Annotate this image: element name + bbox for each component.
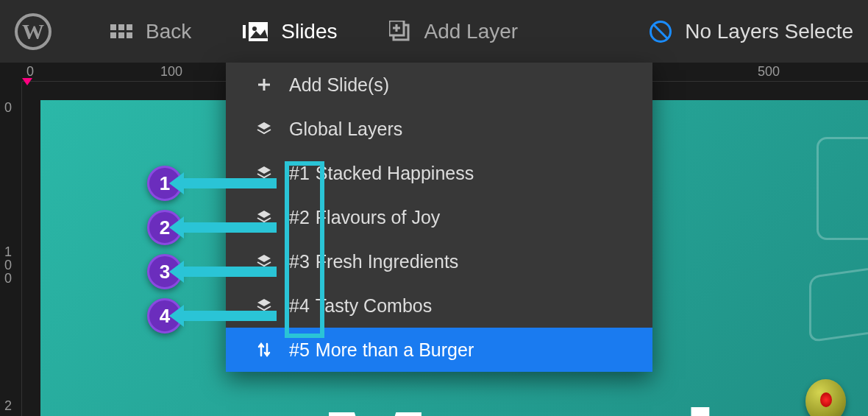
annotation-arrow — [181, 311, 277, 321]
slide-num: #5 — [289, 339, 310, 361]
add-layer-label: Add Layer — [424, 20, 519, 43]
top-toolbar: W Back Slides Add Layer — [0, 0, 868, 63]
ruler-h-label-500: 500 — [758, 64, 780, 80]
annotation-callout-1: 1 — [147, 166, 277, 201]
add-slides-label: Add Slide(s) — [289, 74, 389, 96]
annotation-arrow — [181, 178, 277, 188]
slides-label: Slides — [281, 20, 337, 43]
slide-item-4[interactable]: #4 Tasty Combos — [226, 283, 652, 328]
ruler-v-label-200: 2 — [4, 398, 12, 414]
ruler-v-label-100: 1 0 0 — [4, 245, 12, 285]
annotation-arrow — [181, 267, 277, 277]
layers-icon — [255, 121, 273, 137]
reorder-icon — [255, 341, 273, 359]
back-label: Back — [146, 20, 191, 43]
annotation-arrow — [181, 222, 277, 233]
grid-icon — [110, 24, 132, 38]
slide-title: More than a Burger — [316, 339, 474, 361]
slide-item-5[interactable]: #5 More than a Burger — [226, 328, 652, 372]
canvas-headline: More th — [320, 381, 757, 416]
slide-num: #3 — [289, 251, 310, 272]
slide-num: #2 — [289, 207, 310, 228]
annotation-callout-3: 3 — [147, 254, 277, 289]
svg-rect-0 — [243, 25, 246, 38]
slides-icon — [243, 22, 268, 41]
ruler-v-label-0: 0 — [4, 100, 12, 116]
dropdown-add-slides[interactable]: Add Slide(s) — [226, 63, 652, 107]
slide-item-2[interactable]: #2 Flavours of Joy — [226, 195, 652, 239]
ruler-h-label-100: 100 — [160, 64, 182, 80]
back-button[interactable]: Back — [110, 20, 191, 43]
slide-num: #4 — [289, 295, 310, 317]
dropdown-global-layers[interactable]: Global Layers — [226, 107, 652, 151]
ruler-vertical: 0 1 0 0 2 — [0, 82, 22, 416]
slides-dropdown: Add Slide(s) Global Layers #1 Stacked Ha… — [226, 63, 652, 372]
wordpress-logo[interactable]: W — [15, 13, 51, 50]
canvas-shape-rect2 — [809, 263, 868, 342]
annotation-callout-2: 2 — [147, 210, 277, 245]
svg-point-2 — [252, 27, 257, 31]
ruler-h-label-0: 0 — [26, 64, 34, 80]
canvas-shape-rect — [817, 137, 868, 240]
plus-icon — [255, 77, 273, 92]
slide-item-3[interactable]: #3 Fresh Ingredients — [226, 239, 652, 283]
none-icon — [650, 21, 672, 43]
slide-title: Stacked Happiness — [316, 163, 474, 184]
slide-num: #1 — [289, 163, 310, 184]
slide-item-1[interactable]: #1 Stacked Happiness — [226, 151, 652, 195]
no-layers-selected: No Layers Selecte — [650, 20, 853, 43]
no-layers-text: No Layers Selecte — [685, 20, 853, 43]
slide-title: Tasty Combos — [316, 295, 432, 317]
annotation-callout-4: 4 — [147, 298, 277, 334]
slides-tab[interactable]: Slides — [243, 20, 337, 43]
global-layers-label: Global Layers — [289, 119, 402, 140]
slide-title: Fresh Ingredients — [316, 251, 459, 272]
add-layer-icon — [389, 21, 411, 43]
canvas-olive-image — [805, 379, 846, 416]
add-layer-button[interactable]: Add Layer — [389, 20, 519, 43]
slide-title: Flavours of Joy — [316, 207, 441, 228]
